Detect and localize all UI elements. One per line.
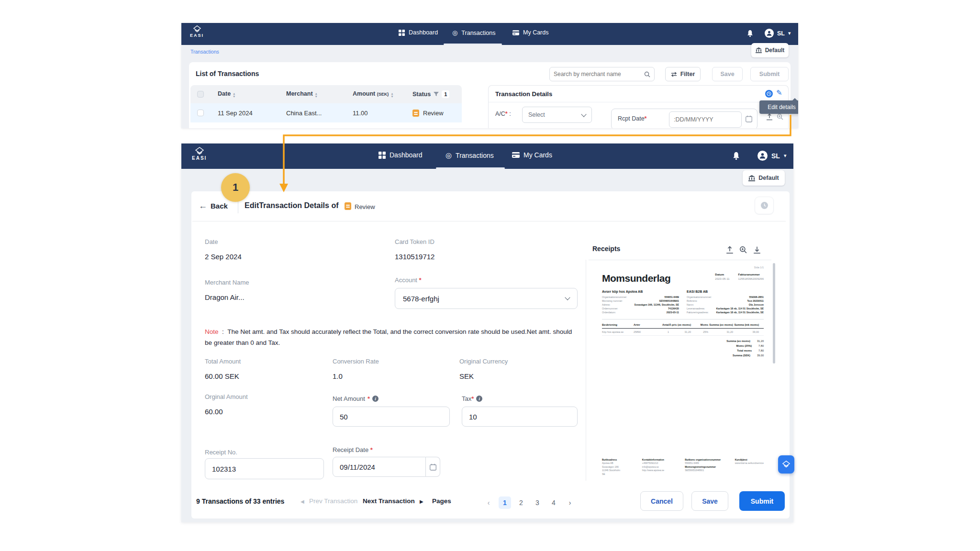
account-select[interactable]: 5678-erfghj [395,288,578,309]
brand-name: EASI [190,33,204,38]
page-next-chevron[interactable]: › [564,496,576,509]
zoom-in-icon[interactable] [777,113,783,120]
back-arrow-icon[interactable]: ← [199,201,207,211]
info-icon[interactable]: i [372,396,379,402]
breadcrumb[interactable]: Transactions [190,49,219,55]
top-default-workspace-button[interactable]: Default [751,43,789,57]
back-button[interactable]: Back [211,202,228,210]
search-icon [644,71,650,77]
info-icon[interactable]: i [476,396,482,402]
status-badge: Review [355,203,375,210]
tax-field[interactable] [462,407,578,427]
col-date[interactable]: Date▲▼ [218,90,236,98]
prev-transaction-button[interactable]: Prev Transaction [309,497,357,505]
nav-dashboard[interactable]: Dashboard [379,151,423,159]
rcpt-date-group: Rcpt Date* [611,109,757,128]
upload-icon[interactable] [766,113,773,121]
net-amount-field[interactable] [333,407,450,427]
top-default-label: Default [765,47,785,54]
user-initials: SL [771,152,780,160]
nav-my-cards[interactable]: My Cards [512,151,552,159]
header-checkbox[interactable] [197,91,204,98]
receipt-zoom-icon[interactable] [739,246,747,253]
edit-details-tooltip: Edit details [759,100,798,114]
top-nav-dashboard[interactable]: Dashboard [399,29,438,36]
default-workspace-button[interactable]: Default [743,170,785,186]
row-merchant: China East... [286,110,322,117]
history-clock-button[interactable] [755,197,774,214]
receipts-header-rule [589,260,771,260]
receipt-date-field[interactable] [333,457,426,477]
receipt-download-icon[interactable] [753,246,761,254]
top-nav-transactions[interactable]: ◎ Transactions [452,29,495,36]
col-merchant[interactable]: Merchant▲▼ [286,90,318,98]
transaction-row[interactable]: 11 Sep 2024 China East... 11.00 Review [190,103,462,122]
row-amount: 11.00 [353,110,368,117]
top-save-button[interactable]: Save [712,67,743,81]
top-content-card: List of Transactions Filter Save Submit … [189,62,791,128]
receipt-preview[interactable]: Sida 1/1 Momsunderlag Datum2023-05-11 Fa… [593,263,771,481]
page-button-4[interactable]: 4 [547,496,560,509]
note-text: Note : The Net amt. and Tax should accur… [205,326,574,348]
floating-easi-widget-button[interactable] [778,455,794,474]
notification-bell-icon[interactable] [746,30,754,37]
select-chevron-icon [565,295,570,300]
receipt-date-input[interactable] [340,463,419,471]
card-icon [512,152,520,158]
page-prev-chevron[interactable]: ‹ [482,496,495,509]
calendar-icon[interactable] [746,115,752,122]
tax-input[interactable] [469,413,570,421]
receipt-scrollbar[interactable] [773,263,775,364]
rcpt-date-input-box[interactable] [669,111,742,128]
prev-triangle-icon[interactable]: ◀ [301,499,304,504]
user-menu[interactable]: SL ▾ [757,151,786,161]
history-clock-icon[interactable] [765,90,773,98]
filter-count-badge: 1 [442,90,449,98]
col-status[interactable]: Status 1 [412,90,449,98]
page-button-1[interactable]: 1 [499,496,511,509]
submit-button[interactable]: Submit [739,491,785,511]
nav-transactions[interactable]: ◎ Transactions [445,151,494,160]
receipt-no-input[interactable] [212,465,317,473]
notification-bell-icon[interactable] [732,152,740,160]
main-navbar: EASI Dashboard ◎ Transactions My Cards [181,143,793,169]
ac-select[interactable]: Select [522,107,592,123]
next-triangle-icon[interactable]: ▶ [420,499,423,504]
row-checkbox[interactable] [197,110,204,116]
sort-icon[interactable]: ▲▼ [390,92,393,98]
brand-logo[interactable]: EASI [190,25,204,38]
net-amount-label: Net Amount * i [333,395,379,402]
ac-select-value: Select [528,111,545,118]
funnel-filter-icon[interactable] [434,92,439,97]
net-amount-input[interactable] [340,413,443,421]
receipt-date-calendar-button[interactable] [426,457,440,477]
cancel-button[interactable]: Cancel [640,491,683,511]
panel-divider [489,102,789,102]
sort-icon[interactable]: ▲▼ [315,92,318,98]
easi-layers-icon [193,25,201,33]
page-button-3[interactable]: 3 [531,496,544,509]
nav-dashboard-label: Dashboard [390,151,423,159]
rcpt-date-input[interactable] [674,116,737,123]
brand-logo[interactable]: EASI [192,147,207,161]
next-transaction-button[interactable]: Next Transaction [363,497,415,505]
top-submit-button[interactable]: Submit [750,67,789,81]
save-button[interactable]: Save [691,491,728,511]
page-button-2[interactable]: 2 [515,496,527,509]
account-label: Account * [395,276,422,284]
receipt-no-field[interactable] [205,458,324,479]
top-active-tab-underline [444,44,502,45]
top-user-menu[interactable]: SL ▾ [765,29,791,38]
top-nav-my-cards[interactable]: My Cards [512,29,548,36]
merchant-search-box[interactable] [549,67,655,81]
ac-label: A/C* : [495,110,511,117]
merchant-search-input[interactable] [554,71,644,77]
annotation-step-number: 1 [233,181,238,194]
edit-pencil-icon[interactable]: ✎ [776,88,782,97]
filter-button[interactable]: Filter [665,67,701,81]
receipt-upload-icon[interactable] [726,246,734,254]
sort-icon[interactable]: ▲▼ [233,92,235,98]
top-screenshot: EASI Dashboard ◎ Transactions My Cards [181,23,798,128]
original-currency-label: Original Currency [459,358,508,365]
col-amount[interactable]: Amount (SEK)▲▼ [353,90,394,98]
